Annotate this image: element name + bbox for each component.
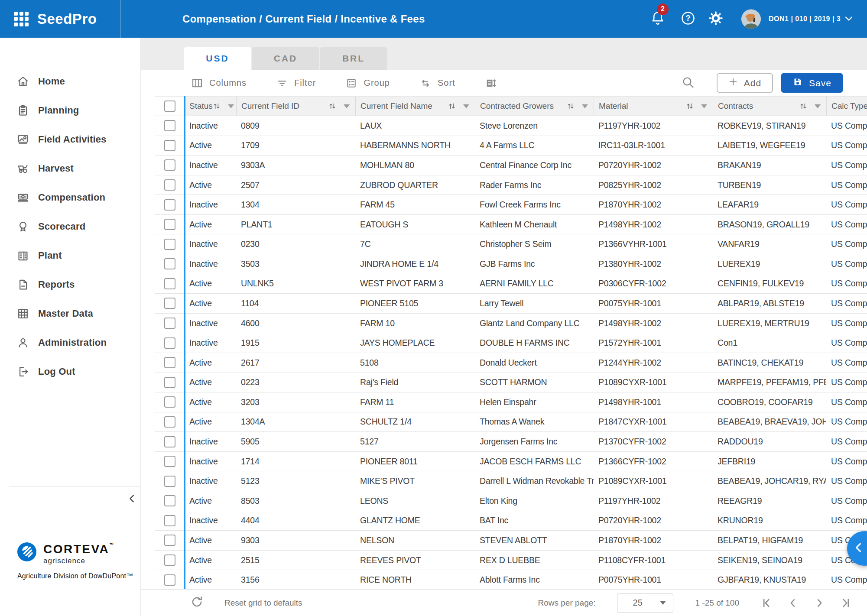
row-checkbox[interactable] (164, 377, 175, 388)
table-row: Inactive1714PIONEER 8011JACOB ESCH FARMS… (155, 452, 867, 472)
row-checkbox[interactable] (164, 396, 175, 408)
apps-grid-icon[interactable] (14, 12, 29, 26)
cell-contracts: LAIBET19, WEGFEE19 (713, 136, 826, 156)
row-checkbox[interactable] (164, 416, 175, 428)
column-menu-icon[interactable] (815, 104, 821, 108)
cell-contracts: BRAKAN19 (713, 156, 826, 175)
row-checkbox[interactable] (164, 476, 175, 487)
sort-column-icon[interactable] (448, 102, 456, 110)
sort-column-icon[interactable] (328, 102, 336, 110)
next-page-button[interactable] (813, 597, 826, 610)
sidebar-item-administration[interactable]: Administration (0, 328, 140, 357)
add-button[interactable]: Add (717, 73, 773, 93)
row-checkbox[interactable] (164, 199, 175, 211)
sidebar-item-field-activities[interactable]: Field Activities (0, 125, 140, 154)
row-checkbox[interactable] (164, 298, 175, 309)
row-checkbox[interactable] (164, 574, 175, 586)
first-page-button[interactable] (760, 597, 773, 610)
row-checkbox[interactable] (164, 535, 175, 546)
table-row: Inactive59055127Jorgensen Farms IncP1370… (155, 432, 867, 452)
columns-button[interactable]: Columns (188, 77, 249, 90)
column-menu-icon[interactable] (582, 104, 588, 108)
row-select-cell (155, 412, 185, 432)
sidebar-item-reports[interactable]: Reports (0, 270, 140, 299)
sidebar-item-master-data[interactable]: Master Data (0, 299, 140, 328)
row-checkbox[interactable] (164, 278, 175, 289)
cell-material: P0075YHR-1001 (594, 294, 713, 313)
save-button[interactable]: Save (781, 73, 843, 93)
row-checkbox[interactable] (164, 179, 175, 191)
filter-button[interactable]: Filter (273, 77, 318, 90)
search-button[interactable] (681, 75, 695, 91)
rows-per-page-select[interactable]: 25 (617, 593, 673, 613)
sidebar-item-log-out[interactable]: Log Out (0, 357, 140, 386)
cell-contracted-growers: Glantz Land Company LLC (475, 314, 594, 333)
select-all-checkbox[interactable] (164, 101, 175, 112)
column-header-current-field-name[interactable]: Current Field Name (355, 97, 475, 116)
sort-button[interactable]: Sort (417, 77, 458, 90)
sort-column-icon[interactable] (567, 102, 575, 110)
settings-button[interactable] (708, 10, 724, 28)
compensation-icon (16, 191, 29, 204)
row-checkbox[interactable] (164, 120, 175, 131)
cell-material: P0720YHR-1002 (594, 156, 713, 175)
sidebar-collapse-button[interactable] (127, 494, 138, 505)
tab-brl[interactable]: BRL (320, 47, 387, 70)
previous-page-button[interactable] (786, 597, 799, 610)
group-button[interactable]: Group (343, 77, 393, 90)
help-button[interactable]: ? (680, 10, 696, 28)
column-header-calc-type[interactable]: Calc Type (826, 97, 867, 116)
row-checkbox[interactable] (164, 159, 175, 171)
row-checkbox[interactable] (164, 495, 175, 506)
row-checkbox[interactable] (164, 357, 175, 368)
cell-status: Active (185, 531, 236, 550)
row-select-cell (155, 156, 185, 175)
column-menu-icon[interactable] (463, 104, 469, 108)
row-checkbox[interactable] (164, 219, 175, 230)
row-checkbox[interactable] (164, 436, 175, 447)
row-checkbox[interactable] (164, 239, 175, 250)
sidebar-item-plant[interactable]: Plant (0, 241, 140, 270)
sort-column-icon[interactable] (686, 102, 694, 110)
last-page-button[interactable] (839, 597, 852, 610)
sidebar-item-harvest[interactable]: Harvest (0, 154, 140, 183)
cell-calc-type: US Competitive (826, 373, 867, 392)
sidebar-item-planning[interactable]: Planning (0, 96, 140, 125)
tab-cad[interactable]: CAD (252, 47, 319, 70)
cell-current-field-id: 3503 (236, 254, 355, 274)
sidebar-item-scorecard[interactable]: Scorecard (0, 212, 140, 241)
cell-current-field-id: 5123 (236, 471, 355, 491)
column-header-contracts[interactable]: Contracts (713, 97, 826, 116)
row-select-cell (155, 373, 185, 392)
row-density-button[interactable] (482, 77, 500, 90)
cell-current-field-id: 3156 (236, 570, 355, 589)
row-checkbox[interactable] (164, 456, 175, 467)
sort-column-icon[interactable] (799, 102, 807, 110)
row-checkbox[interactable] (164, 140, 175, 151)
column-menu-icon[interactable] (344, 104, 350, 108)
svg-text:?: ? (685, 13, 690, 23)
column-header-current-field-id[interactable]: Current Field ID (236, 97, 355, 116)
column-header-material[interactable]: Material (594, 97, 713, 116)
reset-grid-button[interactable]: Reset grid to defaults (190, 595, 302, 611)
column-header-contracted-growers[interactable]: Contracted Growers (475, 97, 594, 116)
sidebar-item-home[interactable]: Home (0, 67, 140, 96)
sidebar-item-compensation[interactable]: Compensation (0, 183, 140, 212)
row-checkbox[interactable] (164, 554, 175, 566)
user-menu[interactable]: DON1 | 010 | 2019 | 3 (769, 15, 853, 23)
cell-contracted-growers: Kathleen M Chenault (475, 215, 594, 234)
column-header-label: Material (599, 101, 628, 111)
row-checkbox[interactable] (164, 337, 175, 349)
row-checkbox[interactable] (164, 515, 175, 526)
cell-material: P1366CYFR-1002 (594, 452, 713, 471)
row-checkbox[interactable] (164, 258, 175, 269)
column-menu-icon[interactable] (228, 104, 234, 108)
tab-usd[interactable]: USD (184, 47, 251, 70)
column-menu-icon[interactable] (701, 104, 707, 108)
column-header-status[interactable]: Status (185, 97, 236, 116)
notifications-button[interactable]: 2 (650, 10, 666, 28)
sort-column-icon[interactable] (213, 102, 221, 110)
cell-contracts: RADDOU19 (713, 432, 826, 451)
avatar[interactable] (741, 9, 761, 29)
row-checkbox[interactable] (164, 318, 175, 329)
